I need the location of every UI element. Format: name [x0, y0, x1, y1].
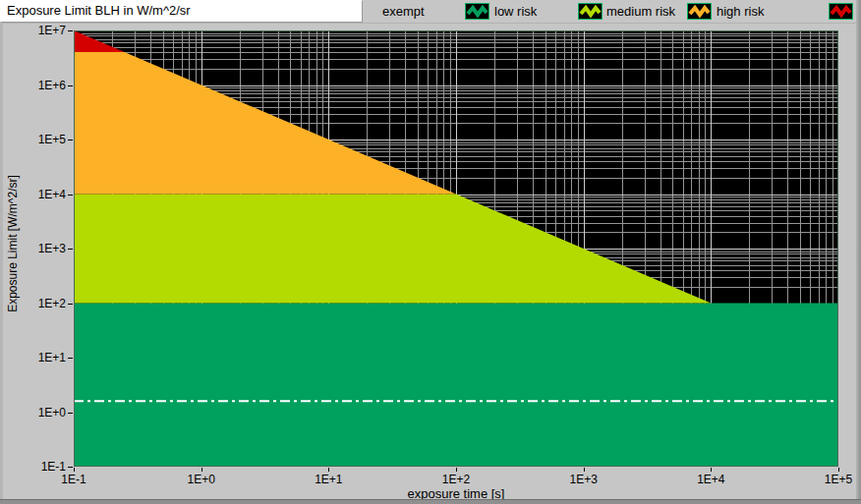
- graph-window: Exposure Limit BLH in W/m^2/sr exempt lo…: [0, 0, 861, 504]
- legend-label-high-risk[interactable]: high risk: [717, 3, 764, 20]
- y-axis-title: Exposure Limit [W/m^2/sr]: [6, 136, 22, 352]
- x-tick-label: 1E+5: [807, 473, 861, 486]
- y-tick-mark: [68, 30, 73, 31]
- y-tick-mark: [68, 85, 73, 86]
- x-tick-label: 1E+1: [297, 473, 360, 486]
- y-tick-label: 1E-1: [11, 460, 66, 474]
- x-tick-mark: [328, 468, 329, 472]
- waveform-icon: [578, 3, 603, 20]
- y-tick-mark: [68, 195, 73, 196]
- y-tick-label: 1E+0: [11, 406, 66, 420]
- x-tick-label: 1E+0: [170, 473, 233, 486]
- y-tick-mark: [68, 358, 73, 359]
- x-tick-label: 1E+4: [679, 473, 742, 486]
- x-tick-mark: [456, 468, 457, 472]
- window-edge-left: [0, 23, 3, 499]
- y-tick-mark: [68, 467, 73, 468]
- y-tick-label: 1E+7: [11, 24, 66, 37]
- graph-title: Exposure Limit BLH in W/m^2/sr: [0, 0, 362, 22]
- legend-label-exempt[interactable]: exempt: [382, 3, 425, 20]
- waveform-icon: [465, 3, 489, 20]
- x-tick-label: 1E+2: [425, 473, 488, 486]
- plot-canvas: [74, 30, 838, 467]
- y-tick-label: 1E+6: [11, 79, 66, 92]
- y-tick-mark: [68, 304, 73, 305]
- waveform-icon: [829, 3, 853, 20]
- x-tick-mark: [838, 468, 839, 472]
- legend-label-low-risk[interactable]: low risk: [494, 3, 537, 20]
- legend-label-medium-risk[interactable]: medium risk: [606, 3, 675, 20]
- legend-waveform-icon-low-risk[interactable]: [578, 3, 603, 24]
- window-edge-right: [856, 0, 861, 504]
- x-tick-mark: [711, 468, 712, 472]
- top-strip: Exposure Limit BLH in W/m^2/sr exempt lo…: [0, 0, 861, 24]
- legend-waveform-icon-medium-risk[interactable]: [687, 3, 712, 24]
- y-tick-mark: [68, 140, 73, 140]
- waveform-icon: [687, 3, 712, 20]
- x-tick-label: 1E-1: [42, 473, 105, 486]
- legend-waveform-icon-exempt[interactable]: [465, 3, 489, 24]
- x-tick-mark: [74, 468, 75, 472]
- y-tick-label: 1E+1: [11, 351, 66, 364]
- region-exempt: [74, 304, 838, 468]
- x-tick-mark: [201, 468, 202, 472]
- legend-waveform-icon-high-risk[interactable]: [829, 3, 853, 24]
- y-tick-mark: [68, 249, 73, 250]
- x-tick-label: 1E+3: [552, 473, 615, 486]
- window-edge-bottom: [0, 499, 861, 504]
- y-tick-mark: [68, 413, 73, 414]
- x-tick-mark: [584, 468, 585, 472]
